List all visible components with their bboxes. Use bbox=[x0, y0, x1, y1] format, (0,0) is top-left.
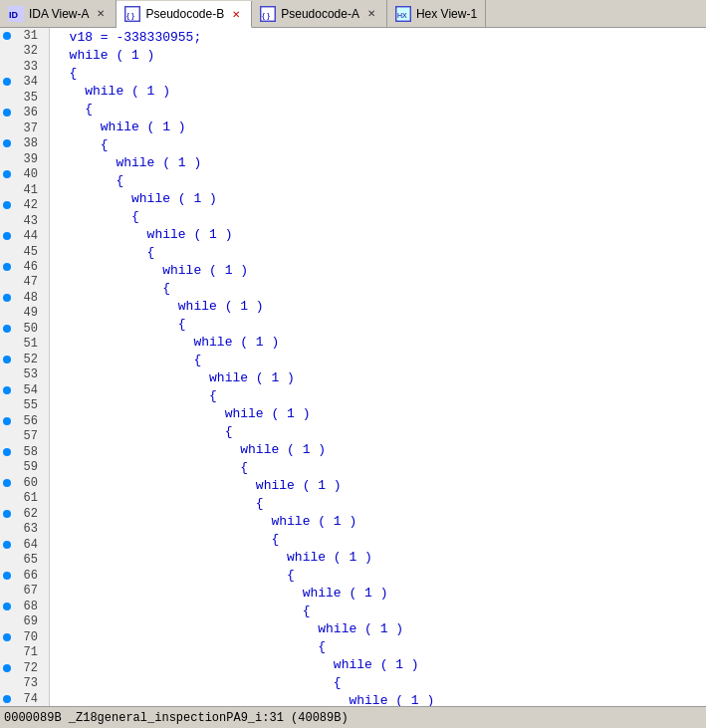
breakpoint-dot[interactable] bbox=[0, 353, 14, 366]
breakpoint-dot[interactable] bbox=[0, 507, 14, 521]
breakpoint-dot[interactable] bbox=[0, 676, 14, 690]
svg-text:{ }: { } bbox=[262, 10, 270, 19]
code-line[interactable]: while ( 1 ) bbox=[54, 548, 702, 566]
code-line[interactable]: while ( 1 ) bbox=[54, 46, 702, 64]
breakpoint-dot[interactable] bbox=[0, 538, 14, 552]
code-line[interactable]: { bbox=[54, 315, 702, 333]
code-line[interactable]: while ( 1 ) bbox=[54, 297, 702, 315]
code-line[interactable]: while ( 1 ) bbox=[54, 82, 702, 100]
breakpoint-dot[interactable] bbox=[0, 260, 14, 274]
code-line[interactable]: while ( 1 ) bbox=[54, 584, 702, 602]
breakpoint-dot[interactable] bbox=[0, 229, 14, 243]
pseudo-a-icon: { } bbox=[260, 6, 276, 22]
breakpoint-dot[interactable] bbox=[0, 414, 14, 428]
code-line[interactable]: while ( 1 ) bbox=[54, 476, 702, 494]
breakpoint-dot[interactable] bbox=[0, 569, 14, 583]
code-line[interactable]: while ( 1 ) bbox=[54, 153, 702, 171]
tab-hex-view-1[interactable]: HX Hex View-1 bbox=[387, 0, 486, 27]
code-line[interactable]: while ( 1 ) bbox=[54, 261, 702, 279]
code-line[interactable]: { bbox=[54, 566, 702, 584]
code-line[interactable]: { bbox=[54, 64, 702, 82]
code-line[interactable]: { bbox=[54, 100, 702, 118]
code-line[interactable]: while ( 1 ) bbox=[54, 118, 702, 135]
breakpoint-dot[interactable] bbox=[0, 29, 14, 43]
code-line[interactable]: while ( 1 ) bbox=[54, 655, 702, 673]
code-line[interactable]: { bbox=[54, 422, 702, 440]
breakpoint-dot[interactable] bbox=[0, 198, 14, 212]
code-line[interactable]: v18 = -338330955; bbox=[54, 28, 702, 46]
breakpoint-dot[interactable] bbox=[0, 614, 14, 628]
breakpoint-dot[interactable] bbox=[0, 553, 14, 567]
code-line[interactable]: while ( 1 ) bbox=[54, 691, 702, 706]
breakpoint-dot[interactable] bbox=[0, 445, 14, 459]
code-line[interactable]: { bbox=[54, 637, 702, 655]
code-line[interactable]: { bbox=[54, 386, 702, 404]
tab-pseudocode-b-close[interactable]: ✕ bbox=[229, 7, 243, 21]
tab-ida-view-a[interactable]: ID IDA View-A ✕ bbox=[0, 0, 117, 27]
tab-pseudocode-b[interactable]: { } Pseudocode-B ✕ bbox=[117, 1, 252, 28]
code-line[interactable]: while ( 1 ) bbox=[54, 368, 702, 386]
code-line[interactable]: { bbox=[54, 530, 702, 548]
code-line[interactable]: while ( 1 ) bbox=[54, 333, 702, 351]
code-line[interactable]: { bbox=[54, 279, 702, 297]
code-line[interactable]: while ( 1 ) bbox=[54, 404, 702, 422]
breakpoint-dot[interactable] bbox=[0, 398, 14, 412]
breakpoint-dot[interactable] bbox=[0, 476, 14, 490]
breakpoint-dot[interactable] bbox=[0, 337, 14, 351]
code-line[interactable]: { bbox=[54, 243, 702, 261]
code-line[interactable]: { bbox=[54, 351, 702, 368]
breakpoint-dot[interactable] bbox=[0, 183, 14, 197]
tab-ida-close[interactable]: ✕ bbox=[94, 7, 108, 21]
line-number-row: 31 bbox=[0, 28, 49, 43]
code-line[interactable]: { bbox=[54, 602, 702, 619]
breakpoint-dot[interactable] bbox=[0, 214, 14, 228]
breakpoint-dot[interactable] bbox=[0, 60, 14, 74]
line-number-row: 60 bbox=[0, 475, 49, 490]
breakpoint-dot[interactable] bbox=[0, 522, 14, 536]
tab-pseudocode-a-close[interactable]: ✕ bbox=[364, 7, 378, 21]
line-number: 58 bbox=[14, 445, 42, 459]
breakpoint-dot[interactable] bbox=[0, 630, 14, 644]
code-line[interactable]: { bbox=[54, 207, 702, 225]
breakpoint-dot[interactable] bbox=[0, 245, 14, 259]
code-line[interactable]: { bbox=[54, 135, 702, 153]
breakpoint-dot[interactable] bbox=[0, 322, 14, 336]
code-line[interactable]: while ( 1 ) bbox=[54, 440, 702, 458]
breakpoint-dot[interactable] bbox=[0, 44, 14, 58]
breakpoint-dot[interactable] bbox=[0, 136, 14, 150]
breakpoint-dot[interactable] bbox=[0, 306, 14, 320]
breakpoint-dot[interactable] bbox=[0, 106, 14, 120]
code-line[interactable]: while ( 1 ) bbox=[54, 512, 702, 530]
breakpoint-dot[interactable] bbox=[0, 383, 14, 397]
breakpoint-dot[interactable] bbox=[0, 645, 14, 659]
line-number: 74 bbox=[14, 692, 42, 706]
code-content[interactable]: v18 = -338330955; while ( 1 ) { while ( … bbox=[50, 28, 706, 706]
breakpoint-dot[interactable] bbox=[0, 600, 14, 613]
code-line[interactable]: while ( 1 ) bbox=[54, 619, 702, 637]
code-line[interactable]: { bbox=[54, 494, 702, 512]
code-line[interactable]: while ( 1 ) bbox=[54, 189, 702, 207]
breakpoint-dot[interactable] bbox=[0, 661, 14, 675]
breakpoint-dot[interactable] bbox=[0, 152, 14, 166]
breakpoint-dot[interactable] bbox=[0, 275, 14, 289]
breakpoint-dot[interactable] bbox=[0, 491, 14, 505]
line-number-row: 53 bbox=[0, 367, 49, 382]
code-line[interactable]: { bbox=[54, 171, 702, 189]
line-number-row: 57 bbox=[0, 429, 49, 444]
breakpoint-dot[interactable] bbox=[0, 367, 14, 381]
breakpoint-dot[interactable] bbox=[0, 460, 14, 474]
breakpoint-dot[interactable] bbox=[0, 584, 14, 598]
breakpoint-dot[interactable] bbox=[0, 692, 14, 706]
breakpoint-dot[interactable] bbox=[0, 121, 14, 135]
breakpoint-dot[interactable] bbox=[0, 91, 14, 105]
breakpoint-dot[interactable] bbox=[0, 75, 14, 89]
code-line[interactable]: while ( 1 ) bbox=[54, 225, 702, 243]
breakpoint-dot[interactable] bbox=[0, 429, 14, 443]
breakpoint-dot[interactable] bbox=[0, 167, 14, 181]
line-number-row: 70 bbox=[0, 629, 49, 644]
code-line[interactable]: { bbox=[54, 673, 702, 691]
tab-pseudocode-a[interactable]: { } Pseudocode-A ✕ bbox=[252, 0, 387, 27]
code-line[interactable]: { bbox=[54, 458, 702, 476]
line-number-row: 54 bbox=[0, 382, 49, 397]
breakpoint-dot[interactable] bbox=[0, 291, 14, 305]
